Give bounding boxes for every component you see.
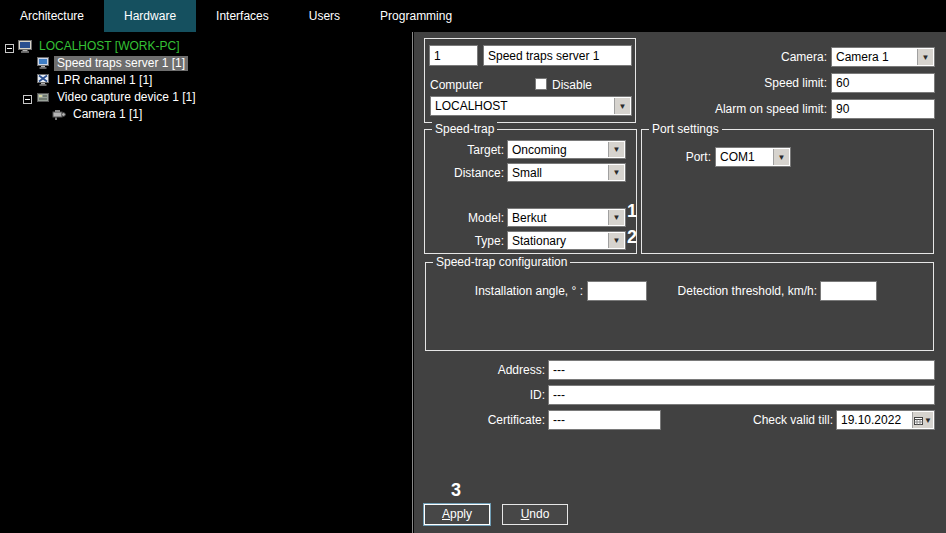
chevron-down-icon: ▼ — [608, 210, 624, 225]
type-select[interactable]: Stationary ▼ — [507, 231, 626, 250]
installation-angle-field[interactable] — [587, 281, 647, 301]
lpr-channel-icon — [36, 74, 50, 87]
tab-hardware[interactable]: Hardware — [104, 0, 196, 32]
type-label: Type: — [425, 231, 504, 251]
target-select-value: Oncoming — [512, 141, 607, 158]
check-valid-date-field[interactable]: 19.10.2022 ▼ — [836, 410, 935, 430]
tab-interfaces[interactable]: Interfaces — [196, 0, 289, 32]
tree-item-camera[interactable]: Camera 1 [1] — [5, 106, 412, 123]
chevron-down-icon: ▼ — [614, 98, 630, 114]
model-select[interactable]: Berkut ▼ — [507, 208, 626, 227]
chevron-down-icon: ▼ — [608, 233, 624, 248]
model-select-value: Berkut — [512, 209, 607, 226]
annotation-3: 3 — [451, 480, 461, 501]
computer-icon — [18, 40, 32, 53]
tree-item-lpr-channel-label: LPR channel 1 [1] — [54, 73, 155, 88]
port-select-value: COM1 — [720, 148, 772, 166]
annotation-2: 2 — [627, 227, 637, 248]
certificate-label: Certificate: — [424, 410, 545, 430]
identity-group: Computer Disable LOCALHOST ▼ — [424, 38, 636, 123]
port-settings-group-title: Port settings — [649, 122, 722, 137]
check-valid-till-label: Check valid till: — [714, 410, 833, 430]
target-label: Target: — [425, 140, 504, 160]
computer-select[interactable]: LOCALHOST ▼ — [430, 96, 632, 116]
speed-limit-field[interactable] — [831, 73, 935, 93]
annotation-1: 1 — [627, 201, 637, 222]
speed-trap-configuration-group: Speed-trap configuration Installation an… — [425, 262, 934, 351]
speed-trap-group-title: Speed-trap — [432, 122, 497, 137]
disable-label: Disable — [552, 77, 592, 93]
speed-trap-configuration-group-title: Speed-trap configuration — [433, 255, 570, 270]
camera-select-value: Camera 1 — [836, 48, 916, 66]
port-settings-group: Port settings Port: COM1 ▼ — [641, 129, 934, 254]
id-label: ID: — [424, 385, 545, 405]
chevron-down-icon: ▼ — [608, 165, 624, 180]
detection-threshold-label: Detection threshold, km/h: — [656, 281, 817, 301]
alarm-speed-limit-label: Alarm on speed limit: — [634, 99, 827, 119]
port-select[interactable]: COM1 ▼ — [715, 147, 791, 167]
detection-threshold-field[interactable] — [820, 281, 877, 301]
check-valid-date-value: 19.10.2022 — [841, 413, 901, 427]
tree-item-video-capture-device-label: Video capture device 1 [1] — [54, 90, 199, 105]
certificate-field[interactable] — [548, 410, 661, 430]
speed-limit-label: Speed limit: — [664, 73, 827, 93]
camera-label: Camera: — [694, 47, 827, 67]
camera-icon — [52, 108, 66, 121]
computer-label: Computer — [430, 77, 483, 93]
undo-button[interactable]: Undo — [502, 504, 568, 525]
distance-select-value: Small — [512, 164, 607, 181]
target-select[interactable]: Oncoming ▼ — [507, 140, 626, 159]
hardware-tree-panel: LOCALHOST [WORK-PC] Speed traps server 1… — [0, 32, 413, 533]
calendar-icon[interactable]: ▼ — [912, 412, 933, 428]
camera-select[interactable]: Camera 1 ▼ — [831, 47, 935, 67]
server-icon — [36, 57, 50, 70]
distance-select[interactable]: Small ▼ — [507, 163, 626, 182]
distance-label: Distance: — [425, 163, 504, 183]
collapse-icon[interactable] — [23, 93, 32, 102]
capture-device-icon — [36, 91, 50, 104]
tree-item-localhost[interactable]: LOCALHOST [WORK-PC] — [5, 38, 412, 55]
object-name-field[interactable] — [483, 45, 632, 66]
tree-item-camera-label: Camera 1 [1] — [70, 107, 145, 122]
speed-trap-group: Speed-trap Target: Oncoming ▼ Distance: … — [424, 129, 637, 254]
chevron-down-icon: ▼ — [773, 149, 789, 165]
tab-programming[interactable]: Programming — [360, 0, 472, 32]
apply-button-label: A — [442, 507, 450, 521]
tree-item-speed-traps-server[interactable]: Speed traps server 1 [1] — [5, 55, 412, 72]
tab-users[interactable]: Users — [289, 0, 360, 32]
address-field[interactable] — [548, 360, 935, 380]
chevron-down-icon: ▼ — [924, 416, 932, 425]
tree-item-localhost-label: LOCALHOST [WORK-PC] — [36, 39, 182, 54]
tree-item-lpr-channel[interactable]: LPR channel 1 [1] — [5, 72, 412, 89]
settings-panel: Computer Disable LOCALHOST ▼ Camera: Cam… — [414, 32, 946, 533]
tab-architecture[interactable]: Architecture — [0, 0, 104, 32]
type-select-value: Stationary — [512, 232, 607, 249]
collapse-icon[interactable] — [5, 42, 14, 51]
object-id-field[interactable] — [429, 45, 478, 66]
chevron-down-icon: ▼ — [917, 49, 933, 65]
alarm-speed-limit-field[interactable] — [831, 99, 935, 119]
address-label: Address: — [424, 360, 545, 380]
tab-bar: Architecture Hardware Interfaces Users P… — [0, 0, 946, 32]
apply-button[interactable]: Apply — [424, 504, 490, 525]
disable-checkbox[interactable] — [535, 78, 547, 90]
installation-angle-label: Installation angle, ° : — [426, 281, 583, 301]
port-label: Port: — [655, 147, 711, 167]
undo-button-label: U — [521, 507, 530, 521]
tree-item-video-capture-device[interactable]: Video capture device 1 [1] — [5, 89, 412, 106]
id-field[interactable] — [548, 385, 935, 405]
computer-select-value: LOCALHOST — [435, 97, 613, 115]
chevron-down-icon: ▼ — [608, 142, 624, 157]
tree-item-speed-traps-server-label: Speed traps server 1 [1] — [54, 56, 188, 71]
model-label: Model: — [425, 208, 504, 228]
